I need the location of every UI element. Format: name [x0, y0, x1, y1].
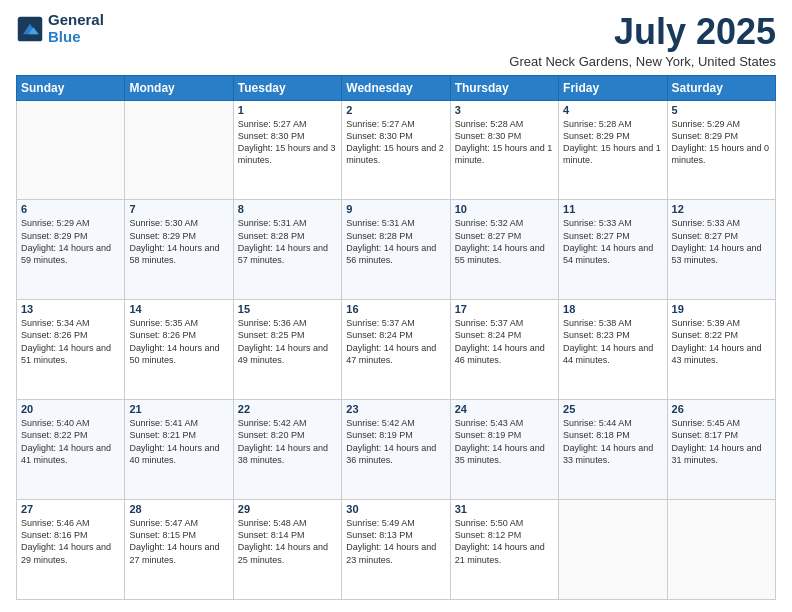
day-info: Sunrise: 5:39 AMSunset: 8:22 PMDaylight:… — [672, 317, 771, 366]
calendar-cell: 22Sunrise: 5:42 AMSunset: 8:20 PMDayligh… — [233, 400, 341, 500]
day-info: Sunrise: 5:38 AMSunset: 8:23 PMDaylight:… — [563, 317, 662, 366]
calendar-cell: 20Sunrise: 5:40 AMSunset: 8:22 PMDayligh… — [17, 400, 125, 500]
col-header-wednesday: Wednesday — [342, 75, 450, 100]
day-info: Sunrise: 5:31 AMSunset: 8:28 PMDaylight:… — [346, 217, 445, 266]
calendar-cell: 30Sunrise: 5:49 AMSunset: 8:13 PMDayligh… — [342, 500, 450, 600]
calendar-cell: 7Sunrise: 5:30 AMSunset: 8:29 PMDaylight… — [125, 200, 233, 300]
logo: General Blue — [16, 12, 104, 45]
day-number: 12 — [672, 203, 771, 215]
calendar-table: SundayMondayTuesdayWednesdayThursdayFrid… — [16, 75, 776, 600]
day-info: Sunrise: 5:48 AMSunset: 8:14 PMDaylight:… — [238, 517, 337, 566]
calendar-cell: 8Sunrise: 5:31 AMSunset: 8:28 PMDaylight… — [233, 200, 341, 300]
calendar-cell — [125, 100, 233, 200]
day-info: Sunrise: 5:40 AMSunset: 8:22 PMDaylight:… — [21, 417, 120, 466]
calendar-cell: 12Sunrise: 5:33 AMSunset: 8:27 PMDayligh… — [667, 200, 775, 300]
calendar-week-5: 27Sunrise: 5:46 AMSunset: 8:16 PMDayligh… — [17, 500, 776, 600]
calendar-cell: 16Sunrise: 5:37 AMSunset: 8:24 PMDayligh… — [342, 300, 450, 400]
calendar-cell — [667, 500, 775, 600]
day-info: Sunrise: 5:33 AMSunset: 8:27 PMDaylight:… — [563, 217, 662, 266]
day-info: Sunrise: 5:36 AMSunset: 8:25 PMDaylight:… — [238, 317, 337, 366]
day-info: Sunrise: 5:31 AMSunset: 8:28 PMDaylight:… — [238, 217, 337, 266]
calendar-cell — [559, 500, 667, 600]
calendar-cell: 24Sunrise: 5:43 AMSunset: 8:19 PMDayligh… — [450, 400, 558, 500]
day-number: 11 — [563, 203, 662, 215]
day-number: 24 — [455, 403, 554, 415]
calendar-cell: 25Sunrise: 5:44 AMSunset: 8:18 PMDayligh… — [559, 400, 667, 500]
day-number: 13 — [21, 303, 120, 315]
day-info: Sunrise: 5:35 AMSunset: 8:26 PMDaylight:… — [129, 317, 228, 366]
day-info: Sunrise: 5:30 AMSunset: 8:29 PMDaylight:… — [129, 217, 228, 266]
logo-general-text: General — [48, 12, 104, 29]
day-number: 18 — [563, 303, 662, 315]
calendar-cell: 27Sunrise: 5:46 AMSunset: 8:16 PMDayligh… — [17, 500, 125, 600]
day-info: Sunrise: 5:42 AMSunset: 8:19 PMDaylight:… — [346, 417, 445, 466]
calendar-week-2: 6Sunrise: 5:29 AMSunset: 8:29 PMDaylight… — [17, 200, 776, 300]
day-number: 30 — [346, 503, 445, 515]
day-info: Sunrise: 5:27 AMSunset: 8:30 PMDaylight:… — [238, 118, 337, 167]
calendar-cell: 15Sunrise: 5:36 AMSunset: 8:25 PMDayligh… — [233, 300, 341, 400]
calendar-cell: 17Sunrise: 5:37 AMSunset: 8:24 PMDayligh… — [450, 300, 558, 400]
day-number: 31 — [455, 503, 554, 515]
logo-text: General Blue — [48, 12, 104, 45]
day-number: 20 — [21, 403, 120, 415]
day-info: Sunrise: 5:49 AMSunset: 8:13 PMDaylight:… — [346, 517, 445, 566]
calendar-cell: 2Sunrise: 5:27 AMSunset: 8:30 PMDaylight… — [342, 100, 450, 200]
col-header-monday: Monday — [125, 75, 233, 100]
day-info: Sunrise: 5:41 AMSunset: 8:21 PMDaylight:… — [129, 417, 228, 466]
calendar-week-4: 20Sunrise: 5:40 AMSunset: 8:22 PMDayligh… — [17, 400, 776, 500]
day-number: 8 — [238, 203, 337, 215]
day-info: Sunrise: 5:28 AMSunset: 8:29 PMDaylight:… — [563, 118, 662, 167]
day-number: 6 — [21, 203, 120, 215]
day-info: Sunrise: 5:28 AMSunset: 8:30 PMDaylight:… — [455, 118, 554, 167]
day-number: 25 — [563, 403, 662, 415]
day-info: Sunrise: 5:32 AMSunset: 8:27 PMDaylight:… — [455, 217, 554, 266]
day-info: Sunrise: 5:44 AMSunset: 8:18 PMDaylight:… — [563, 417, 662, 466]
day-info: Sunrise: 5:42 AMSunset: 8:20 PMDaylight:… — [238, 417, 337, 466]
col-header-sunday: Sunday — [17, 75, 125, 100]
calendar-cell: 4Sunrise: 5:28 AMSunset: 8:29 PMDaylight… — [559, 100, 667, 200]
day-number: 15 — [238, 303, 337, 315]
day-info: Sunrise: 5:46 AMSunset: 8:16 PMDaylight:… — [21, 517, 120, 566]
day-number: 4 — [563, 104, 662, 116]
logo-icon — [16, 15, 44, 43]
calendar-cell: 10Sunrise: 5:32 AMSunset: 8:27 PMDayligh… — [450, 200, 558, 300]
calendar-cell: 28Sunrise: 5:47 AMSunset: 8:15 PMDayligh… — [125, 500, 233, 600]
day-info: Sunrise: 5:27 AMSunset: 8:30 PMDaylight:… — [346, 118, 445, 167]
day-info: Sunrise: 5:33 AMSunset: 8:27 PMDaylight:… — [672, 217, 771, 266]
day-number: 22 — [238, 403, 337, 415]
day-info: Sunrise: 5:37 AMSunset: 8:24 PMDaylight:… — [346, 317, 445, 366]
calendar-cell: 14Sunrise: 5:35 AMSunset: 8:26 PMDayligh… — [125, 300, 233, 400]
calendar-cell: 21Sunrise: 5:41 AMSunset: 8:21 PMDayligh… — [125, 400, 233, 500]
day-info: Sunrise: 5:45 AMSunset: 8:17 PMDaylight:… — [672, 417, 771, 466]
calendar-cell: 6Sunrise: 5:29 AMSunset: 8:29 PMDaylight… — [17, 200, 125, 300]
day-number: 28 — [129, 503, 228, 515]
day-number: 1 — [238, 104, 337, 116]
day-number: 26 — [672, 403, 771, 415]
calendar-cell: 11Sunrise: 5:33 AMSunset: 8:27 PMDayligh… — [559, 200, 667, 300]
calendar-cell: 26Sunrise: 5:45 AMSunset: 8:17 PMDayligh… — [667, 400, 775, 500]
col-header-thursday: Thursday — [450, 75, 558, 100]
calendar-cell: 13Sunrise: 5:34 AMSunset: 8:26 PMDayligh… — [17, 300, 125, 400]
day-number: 17 — [455, 303, 554, 315]
calendar-cell: 1Sunrise: 5:27 AMSunset: 8:30 PMDaylight… — [233, 100, 341, 200]
day-number: 16 — [346, 303, 445, 315]
day-number: 14 — [129, 303, 228, 315]
title-block: July 2025 Great Neck Gardens, New York, … — [509, 12, 776, 69]
day-number: 27 — [21, 503, 120, 515]
calendar-week-1: 1Sunrise: 5:27 AMSunset: 8:30 PMDaylight… — [17, 100, 776, 200]
calendar-cell — [17, 100, 125, 200]
calendar-week-3: 13Sunrise: 5:34 AMSunset: 8:26 PMDayligh… — [17, 300, 776, 400]
day-number: 29 — [238, 503, 337, 515]
calendar-cell: 9Sunrise: 5:31 AMSunset: 8:28 PMDaylight… — [342, 200, 450, 300]
header: General Blue July 2025 Great Neck Garden… — [16, 12, 776, 69]
day-info: Sunrise: 5:43 AMSunset: 8:19 PMDaylight:… — [455, 417, 554, 466]
calendar-cell: 19Sunrise: 5:39 AMSunset: 8:22 PMDayligh… — [667, 300, 775, 400]
calendar-cell: 29Sunrise: 5:48 AMSunset: 8:14 PMDayligh… — [233, 500, 341, 600]
day-number: 23 — [346, 403, 445, 415]
col-header-tuesday: Tuesday — [233, 75, 341, 100]
logo-blue-text: Blue — [48, 29, 104, 46]
day-number: 10 — [455, 203, 554, 215]
main-title: July 2025 — [509, 12, 776, 52]
subtitle: Great Neck Gardens, New York, United Sta… — [509, 54, 776, 69]
calendar-cell: 23Sunrise: 5:42 AMSunset: 8:19 PMDayligh… — [342, 400, 450, 500]
